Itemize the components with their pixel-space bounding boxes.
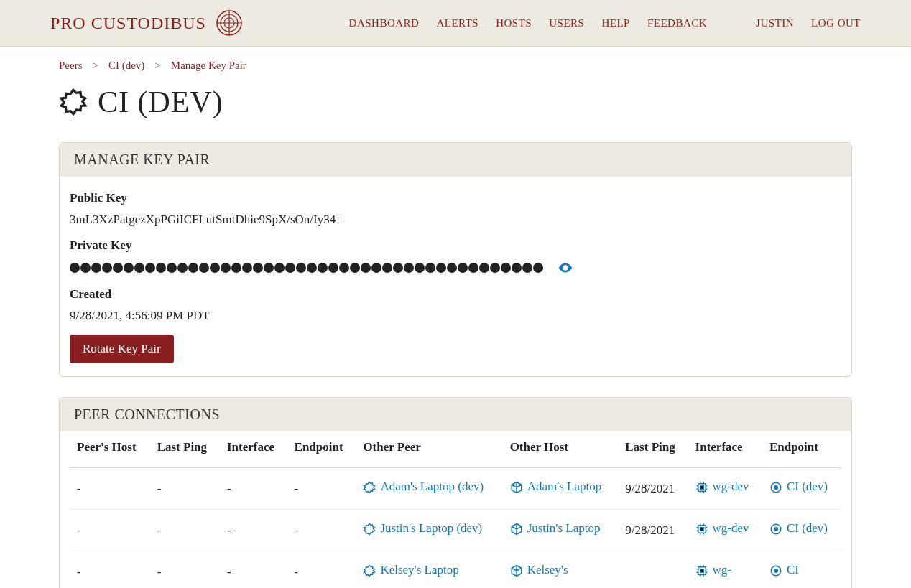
- breadcrumb: Peers > CI (dev) > Manage Key Pair: [59, 60, 852, 72]
- nav-user[interactable]: JUSTIN: [756, 17, 794, 29]
- nav-users[interactable]: USERS: [549, 17, 584, 29]
- badge-icon: [59, 88, 88, 116]
- nav-help[interactable]: HELP: [601, 17, 630, 29]
- interface-link-label: wg-dev: [713, 521, 749, 536]
- breadcrumb-sep: >: [93, 60, 98, 72]
- col-interface-a: Interface: [220, 431, 287, 468]
- svg-point-9: [774, 527, 778, 531]
- col-other-host: Other Host: [503, 431, 619, 468]
- endpoint-link[interactable]: CI (dev): [769, 480, 828, 494]
- breadcrumb-ci[interactable]: CI (dev): [108, 60, 144, 72]
- private-key-masked: [70, 263, 543, 273]
- cell: -: [70, 551, 150, 589]
- panel-header: PEER CONNECTIONS: [60, 398, 851, 431]
- cell: -: [287, 551, 356, 589]
- other-host-link-label: Kelsey's: [527, 563, 568, 577]
- cell: 9/28/2021: [618, 468, 688, 510]
- other-host-link[interactable]: Justin's Laptop: [510, 521, 601, 536]
- cube-icon: [510, 563, 523, 577]
- eye-icon[interactable]: [558, 260, 573, 276]
- other-peer-link[interactable]: Justin's Laptop (dev): [363, 521, 482, 536]
- cell: [618, 551, 688, 589]
- cell: -: [70, 468, 150, 510]
- peer-connections-table: Peer's Host Last Ping Interface Endpoint…: [70, 431, 841, 588]
- interface-link[interactable]: wg-dev: [695, 480, 749, 494]
- cell: -: [220, 510, 287, 551]
- other-host-link[interactable]: Adam's Laptop: [510, 480, 602, 494]
- other-host-link-label: Justin's Laptop: [527, 521, 601, 536]
- other-peer-link-label: Kelsey's Laptop: [380, 563, 458, 577]
- endpoint-link-label: CI (dev): [787, 480, 828, 494]
- chip-icon: [695, 521, 708, 536]
- endpoint-link-label: CI: [787, 563, 799, 577]
- breadcrumb-current: Manage Key Pair: [171, 60, 246, 72]
- col-endpoint-b: Endpoint: [762, 431, 841, 468]
- record-icon: [769, 480, 782, 494]
- interface-link-label: wg-dev: [713, 480, 749, 494]
- table-row: ---- Adam's Laptop (dev) Adam's Laptop9/…: [70, 468, 841, 510]
- other-peer-link[interactable]: Kelsey's Laptop: [363, 563, 458, 577]
- interface-link[interactable]: wg-dev: [695, 521, 749, 536]
- panel-peer-connections: PEER CONNECTIONS Peer's Host Last Ping I…: [59, 397, 852, 588]
- cube-icon: [510, 521, 523, 536]
- brand-seal-icon: [215, 9, 244, 37]
- rotate-key-pair-button[interactable]: Rotate Key Pair: [70, 335, 174, 363]
- svg-point-3: [564, 266, 567, 269]
- chip-icon: [695, 480, 708, 494]
- cell: 9/28/2021: [618, 510, 688, 551]
- breadcrumb-peers[interactable]: Peers: [59, 60, 83, 72]
- other-host-link[interactable]: Kelsey's: [510, 563, 568, 577]
- interface-link-label: wg-: [713, 563, 731, 577]
- nav-feedback[interactable]: FEEDBACK: [647, 17, 707, 29]
- col-other-peer: Other Peer: [356, 431, 502, 468]
- col-peers-host: Peer's Host: [70, 431, 150, 468]
- endpoint-link[interactable]: CI (dev): [769, 521, 828, 536]
- nav-logout[interactable]: LOG OUT: [811, 17, 861, 29]
- badge-icon: [363, 521, 376, 536]
- table-row: ---- Justin's Laptop (dev) Justin's Lapt…: [70, 510, 841, 551]
- interface-link[interactable]: wg-: [695, 563, 731, 577]
- page-title: CI (DEV): [59, 85, 852, 119]
- badge-icon: [363, 480, 376, 494]
- cell: -: [150, 551, 220, 589]
- cube-icon: [510, 480, 523, 494]
- col-last-ping-a: Last Ping: [150, 431, 220, 468]
- table-row: ---- Kelsey's Laptop Kelsey's wg- CI: [70, 551, 841, 589]
- other-peer-link[interactable]: Adam's Laptop (dev): [363, 480, 484, 494]
- breadcrumb-sep: >: [154, 60, 160, 72]
- cell: -: [287, 510, 356, 551]
- brand-text: PRO CUSTODIBUS: [50, 14, 206, 33]
- endpoint-link[interactable]: CI: [769, 563, 799, 577]
- cell: -: [150, 468, 220, 510]
- cell: -: [70, 510, 150, 551]
- col-last-ping-b: Last Ping: [618, 431, 688, 468]
- other-peer-link-label: Adam's Laptop (dev): [380, 480, 484, 494]
- chip-icon: [695, 563, 708, 577]
- cell: -: [150, 510, 220, 551]
- col-interface-b: Interface: [688, 431, 762, 468]
- created-label: Created: [70, 287, 841, 302]
- other-peer-link-label: Justin's Laptop (dev): [380, 521, 482, 536]
- nav-alerts[interactable]: ALERTS: [436, 17, 478, 29]
- record-icon: [769, 563, 782, 577]
- created-value: 9/28/2021, 4:56:09 PM PDT: [70, 309, 841, 323]
- private-key-label: Private Key: [70, 238, 841, 253]
- nav-dashboard[interactable]: DASHBOARD: [349, 17, 420, 29]
- cell: -: [220, 551, 287, 589]
- public-key-label: Public Key: [70, 191, 841, 205]
- panel-manage-key-pair: MANAGE KEY PAIR Public Key 3mL3XzPatgezX…: [59, 142, 852, 377]
- top-nav: DASHBOARD ALERTS HOSTS USERS HELP FEEDBA…: [349, 17, 861, 29]
- panel-header: MANAGE KEY PAIR: [60, 143, 851, 177]
- cell: -: [287, 468, 356, 510]
- brand[interactable]: PRO CUSTODIBUS: [50, 9, 244, 37]
- svg-point-6: [774, 485, 778, 490]
- svg-point-12: [774, 569, 778, 573]
- other-host-link-label: Adam's Laptop: [527, 480, 602, 494]
- record-icon: [769, 521, 782, 536]
- topbar: PRO CUSTODIBUS DASHBOARD ALERTS HOSTS US…: [0, 0, 911, 47]
- page-title-text: CI (DEV): [98, 85, 223, 119]
- nav-hosts[interactable]: HOSTS: [496, 17, 532, 29]
- endpoint-link-label: CI (dev): [787, 521, 828, 536]
- public-key-value: 3mL3XzPatgezXpPGiICFLutSmtDhie9SpX/sOn/I…: [70, 213, 841, 227]
- col-endpoint-a: Endpoint: [287, 431, 356, 468]
